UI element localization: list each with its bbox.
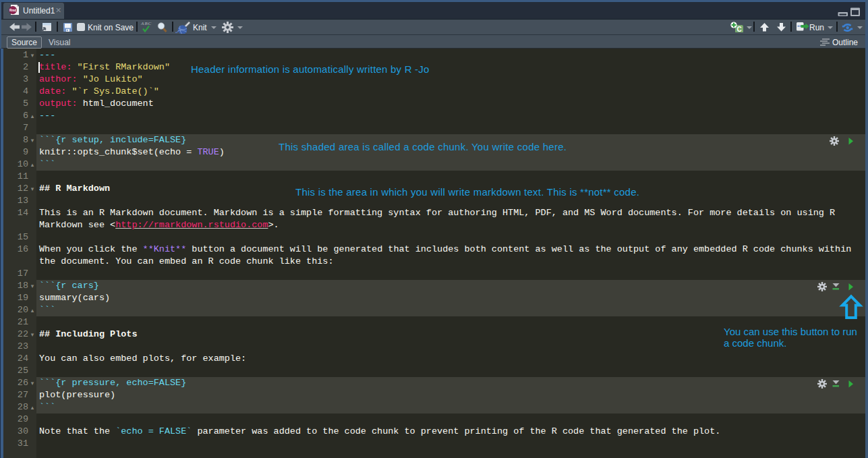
svg-text:Rmd: Rmd [9,9,16,12]
svg-text:C: C [736,26,741,32]
